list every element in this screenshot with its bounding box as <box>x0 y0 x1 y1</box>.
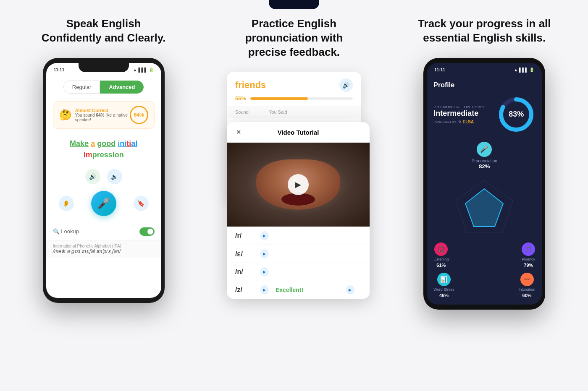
status-bar-3: 11:11 ▲ ▌▌▌ 🔋 <box>427 63 542 75</box>
level-info: PRONUNCIATION LEVEL Intermediate POWERED… <box>433 105 486 124</box>
wordstress-label: Word Stress <box>433 287 454 292</box>
elsa-label: ELSA <box>463 120 474 124</box>
word-a: a <box>91 139 95 148</box>
ipa-text: /meɪk ə ɡʊd ɪnɪ.ʃəl ɪmˈprɛ.ʃən/ <box>53 248 155 254</box>
audio-btn-2[interactable]: 🔈 <box>107 169 122 184</box>
panel-2-title: Practice Englishpronunciation withprecis… <box>245 17 343 59</box>
battery-icon-3: 🔋 <box>529 68 534 72</box>
bookmark-btn[interactable]: 🔖 <box>134 196 149 211</box>
score-label: Almost Correct <box>75 108 128 113</box>
listening-pct: 61% <box>436 263 446 268</box>
play-r[interactable]: ▶ <box>260 231 269 240</box>
profile-title: Profile <box>433 81 535 89</box>
score-circle: 64% <box>130 106 148 124</box>
status-time-1: 11:11 <box>54 68 65 72</box>
donut-value: 83% <box>497 96 535 133</box>
progress-fill <box>250 97 308 100</box>
video-header: ✕ Video Tutorial <box>227 122 370 143</box>
phone-3: 11:11 ▲ ▌▌▌ 🔋 Profile PRONUNCIATION LEVE… <box>423 58 545 310</box>
powered-by: POWERED BY ⚙ ELSA <box>433 120 486 124</box>
pentagon-chart <box>451 176 518 239</box>
fluency-label: Fluency <box>522 257 536 261</box>
play-excellent[interactable]: ▶ <box>346 285 354 295</box>
phoneme-row-z: /z/ ▶ Excellent! ▶ <box>227 281 370 299</box>
speaker-btn[interactable]: 🔊 <box>339 78 353 92</box>
word-initial: initial <box>118 139 137 148</box>
signal-icon: ▌▌▌ <box>138 68 147 72</box>
signal-icon-3: ▌▌▌ <box>519 68 528 72</box>
word-make: Make <box>70 139 89 148</box>
lookup-label: 🔍 Lookup <box>53 228 79 235</box>
card-header: friends 🔊 <box>227 72 361 95</box>
intonation-label: Intonation <box>519 287 536 292</box>
score-text: Almost Correct You sound 64% like a nati… <box>75 108 128 122</box>
table-header: Sound You Said <box>227 107 361 117</box>
close-btn[interactable]: ✕ <box>234 127 244 137</box>
donut-chart: 83% <box>497 96 535 133</box>
col-sound-label: Sound <box>235 109 269 115</box>
tabs-row: Regular Advanced <box>46 76 161 98</box>
score-emoji: 🤔 <box>59 109 72 121</box>
powered-text: POWERED BY <box>433 120 456 124</box>
fluency-icon: 🎵 <box>522 242 535 256</box>
phoneme-row-epsilon: /ɛ/ ▶ <box>227 245 370 263</box>
intonation-icon: 〰 <box>520 273 534 286</box>
skills-grid-2: 📊 Word Stress 46% 〰 Intonation 60% <box>433 273 535 298</box>
score-box: 🤔 Almost Correct You sound 64% like a na… <box>53 101 155 129</box>
phoneme-r: /r/ <box>235 232 260 240</box>
video-thumbnail[interactable]: ▶ <box>227 143 370 227</box>
tab-regular[interactable]: Regular <box>63 81 100 94</box>
phoneme-epsilon: /ɛ/ <box>235 250 260 258</box>
skill-wordstress: 📊 Word Stress 46% <box>433 273 454 298</box>
play-z[interactable]: ▶ <box>260 285 269 295</box>
ipa-label: International Phonetic Alphabet (IPA) <box>53 244 155 248</box>
skill-fluency: 🎵 Fluency 79% <box>522 242 535 268</box>
wifi-icon-3: ▲ <box>514 68 518 72</box>
phoneme-row-r: /r/ ▶ <box>227 227 370 245</box>
status-icons-3: ▲ ▌▌▌ 🔋 <box>514 68 534 72</box>
progress-row: 56% <box>227 95 361 107</box>
word-impression: impression <box>84 151 124 159</box>
practice-word: friends <box>235 80 266 91</box>
panel-3: Track your progress in allessential Engl… <box>389 17 580 374</box>
play-epsilon[interactable]: ▶ <box>260 249 269 258</box>
skill-listening: 🎧 Listening 61% <box>433 242 449 268</box>
phone-1: 11:11 ▲ ▌▌▌ 🔋 Regular Advanced 🤔 <box>43 58 165 303</box>
pronunciation-icon: 🎤 <box>477 142 492 157</box>
phone-1-screen: 11:11 ▲ ▌▌▌ 🔋 Regular Advanced 🤔 <box>46 63 161 298</box>
panel-2-container: friends 🔊 56% Sound You Said /f/ ▶ <box>223 72 365 203</box>
panel-2: Practice Englishpronunciation withprecis… <box>199 17 389 374</box>
phone-1-notch <box>79 63 129 72</box>
phoneme-n: /n/ <box>235 268 260 276</box>
audio-buttons: 🔊 🔈 <box>46 169 161 184</box>
fluency-pct: 79% <box>524 263 533 268</box>
audio-btn-1[interactable]: 🔊 <box>85 169 100 184</box>
listen-icon-btn[interactable]: 👂 <box>59 196 74 211</box>
panel-1-title: Speak EnglishConfidently and Clearly. <box>42 17 166 45</box>
phoneme-rows-below: /r/ ▶ /ɛ/ ▶ /n/ ▶ /z/ ▶ Excellent! <box>227 227 370 299</box>
score-left: 🤔 Almost Correct You sound 64% like a na… <box>59 108 128 122</box>
excellent-label: Excellent! <box>276 287 303 293</box>
lookup-row: 🔍 Lookup <box>46 223 161 240</box>
col-said-label: You Said <box>269 109 353 115</box>
tab-advanced[interactable]: Advanced <box>100 81 144 94</box>
panel-1: Speak EnglishConfidently and Clearly. 11… <box>8 17 199 374</box>
status-icons-1: ▲ ▌▌▌ 🔋 <box>133 68 153 72</box>
wordstress-pct: 46% <box>439 293 449 298</box>
skills-grid: 🎧 Listening 61% 🎵 Fluency 79% <box>433 242 535 268</box>
main-container: Speak EnglishConfidently and Clearly. 11… <box>0 0 588 391</box>
status-time-3: 11:11 <box>434 68 445 72</box>
profile-content: Profile PRONUNCIATION LEVEL Intermediate… <box>427 75 542 305</box>
level-value: Intermediate <box>433 109 486 118</box>
skill-intonation: 〰 Intonation 60% <box>519 273 536 298</box>
play-n[interactable]: ▶ <box>260 267 269 276</box>
wifi-icon: ▲ <box>133 68 137 72</box>
phoneme-z: /z/ <box>235 286 260 294</box>
pronunciation-pct: 82% <box>479 163 490 169</box>
listening-icon: 🎧 <box>434 242 448 256</box>
word-good: good <box>97 139 116 148</box>
lookup-toggle[interactable] <box>139 227 155 236</box>
battery-icon: 🔋 <box>149 68 154 72</box>
practice-sentence: Make a good initial impression <box>46 132 161 167</box>
mic-button[interactable]: 🎤 <box>91 191 116 216</box>
